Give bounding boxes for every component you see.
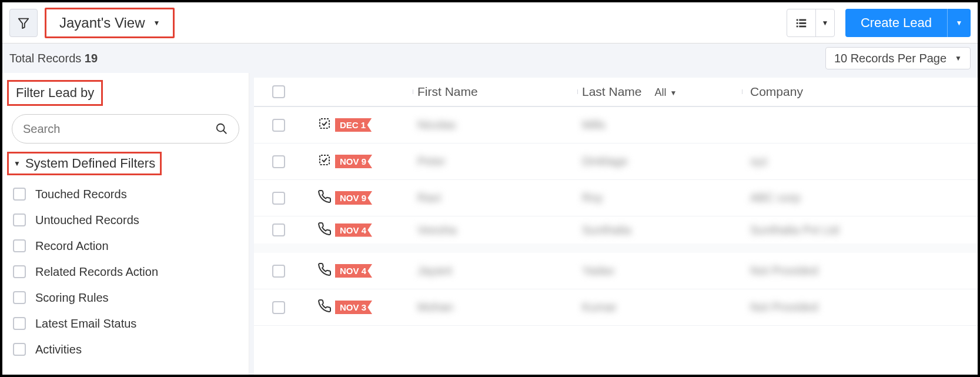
filter-label: Latest Email Status bbox=[35, 317, 136, 331]
filter-item[interactable]: Record Action bbox=[13, 233, 238, 259]
last-name-filter-dropdown[interactable]: All ▼ bbox=[654, 86, 677, 99]
col-first-name[interactable]: First Name bbox=[413, 85, 577, 99]
phone-icon bbox=[317, 262, 332, 279]
last-name-cell: Kumar bbox=[582, 301, 617, 313]
filter-label: Untouched Records bbox=[35, 213, 139, 227]
row-checkbox[interactable] bbox=[272, 223, 285, 236]
search-input[interactable] bbox=[23, 122, 215, 136]
select-all-checkbox[interactable] bbox=[272, 85, 285, 98]
last-name-cell: Dinklage bbox=[582, 155, 628, 168]
phone-icon bbox=[317, 222, 332, 239]
phone-icon bbox=[317, 189, 332, 206]
first-name-cell: Veesha bbox=[417, 223, 457, 236]
col-last-name-label: Last Name bbox=[582, 85, 642, 98]
company-cell: Sunthalia Pvt Ltd bbox=[750, 223, 839, 236]
date-flag: NOV 9 bbox=[335, 155, 372, 168]
phone-icon bbox=[317, 299, 332, 316]
svg-marker-0 bbox=[19, 18, 29, 28]
row-checkbox[interactable] bbox=[272, 119, 285, 132]
records-per-page-label: 10 Records Per Page bbox=[834, 52, 946, 65]
checkbox[interactable] bbox=[13, 343, 26, 356]
view-name: Jayant's View bbox=[59, 15, 145, 31]
table-header: First Name Last Name All ▼ Company bbox=[254, 78, 978, 107]
row-checkbox[interactable] bbox=[272, 155, 285, 168]
svg-rect-10 bbox=[320, 155, 329, 165]
filter-item[interactable]: Latest Email Status bbox=[13, 311, 238, 336]
caret-down-icon: ▼ bbox=[947, 9, 971, 37]
filter-label: Record Action bbox=[35, 239, 109, 253]
table-row[interactable]: NOV 3MohanKumarNot Provided bbox=[254, 289, 978, 326]
table-row[interactable]: NOV 4VeeshaSunthaliaSunthalia Pvt Ltd bbox=[254, 216, 978, 253]
filter-item[interactable]: Scoring Rules bbox=[13, 285, 238, 311]
first-name-cell: Peter bbox=[417, 155, 446, 168]
col-company[interactable]: Company bbox=[742, 85, 978, 99]
filter-item[interactable]: Related Records Action bbox=[13, 259, 238, 285]
company-cell: ABC corp bbox=[750, 191, 801, 204]
svg-line-8 bbox=[223, 131, 227, 134]
date-flag: NOV 9 bbox=[335, 191, 372, 205]
caret-down-icon: ▼ bbox=[670, 89, 677, 97]
checkbox[interactable] bbox=[13, 317, 26, 330]
filter-item[interactable]: Untouched Records bbox=[13, 207, 238, 233]
caret-down-icon: ▼ bbox=[955, 54, 962, 62]
task-icon bbox=[317, 116, 332, 134]
row-checkbox[interactable] bbox=[272, 192, 285, 205]
svg-point-7 bbox=[217, 124, 225, 132]
last-name-cell: Yadav bbox=[582, 264, 614, 277]
filter-label: Activities bbox=[35, 343, 82, 356]
filter-label: Touched Records bbox=[35, 188, 127, 201]
search-icon bbox=[215, 122, 228, 135]
filter-icon-button[interactable] bbox=[9, 9, 38, 37]
list-icon bbox=[787, 16, 815, 29]
filter-label: Related Records Action bbox=[35, 265, 158, 279]
first-name-cell: Ravi bbox=[417, 191, 441, 204]
last-name-cell: Mills bbox=[582, 118, 606, 131]
total-records-count: 19 bbox=[85, 52, 98, 65]
svg-rect-4 bbox=[799, 22, 806, 24]
company-cell: Not Provided bbox=[750, 301, 818, 313]
view-dropdown[interactable]: Jayant's View ▼ bbox=[45, 8, 175, 38]
filter-item[interactable]: Activities bbox=[13, 336, 238, 362]
table-row[interactable]: DEC 1NicolasMills bbox=[254, 107, 978, 144]
total-records-label: Total Records bbox=[9, 52, 81, 65]
date-flag: NOV 4 bbox=[335, 264, 372, 278]
system-defined-filters-toggle[interactable]: ▼ System Defined Filters bbox=[7, 152, 162, 175]
caret-down-icon: ▼ bbox=[153, 19, 160, 27]
filter-title: Filter Lead by bbox=[7, 80, 103, 106]
first-name-cell: Nicolas bbox=[417, 118, 456, 131]
svg-rect-9 bbox=[320, 119, 329, 128]
last-name-cell: Sunthalia bbox=[582, 223, 631, 236]
task-icon bbox=[317, 153, 332, 170]
svg-rect-5 bbox=[797, 25, 798, 27]
create-lead-label: Create Lead bbox=[845, 15, 947, 31]
table-row[interactable]: NOV 9RaviRoyABC corp bbox=[254, 180, 978, 216]
create-lead-button[interactable]: Create Lead ▼ bbox=[845, 9, 971, 37]
filter-search[interactable] bbox=[12, 114, 239, 144]
list-view-button[interactable]: ▼ bbox=[787, 9, 835, 37]
checkbox[interactable] bbox=[13, 265, 26, 278]
last-name-cell: Roy bbox=[582, 191, 603, 204]
row-checkbox[interactable] bbox=[272, 265, 285, 278]
records-per-page-dropdown[interactable]: 10 Records Per Page ▼ bbox=[825, 47, 971, 69]
system-defined-filters-label: System Defined Filters bbox=[25, 156, 155, 171]
checkbox[interactable] bbox=[13, 291, 26, 304]
checkbox[interactable] bbox=[13, 188, 26, 201]
company-cell: xyz bbox=[750, 155, 768, 168]
date-flag: NOV 3 bbox=[335, 301, 372, 314]
first-name-cell: Jayant bbox=[417, 264, 452, 277]
col-last-name[interactable]: Last Name All ▼ bbox=[577, 85, 742, 99]
filter-label: Scoring Rules bbox=[35, 291, 109, 305]
svg-rect-6 bbox=[799, 25, 806, 27]
caret-down-icon: ▼ bbox=[815, 9, 834, 36]
svg-rect-1 bbox=[797, 19, 798, 21]
table-row[interactable]: NOV 9PeterDinklagexyz bbox=[254, 144, 978, 180]
checkbox[interactable] bbox=[13, 239, 26, 252]
triangle-down-icon: ▼ bbox=[14, 159, 21, 168]
filter-item[interactable]: Touched Records bbox=[13, 181, 238, 207]
checkbox[interactable] bbox=[13, 213, 26, 226]
svg-rect-2 bbox=[799, 19, 806, 21]
table-row[interactable]: NOV 4JayantYadavNot Provided bbox=[254, 253, 978, 289]
svg-rect-3 bbox=[797, 22, 798, 24]
filter-sidebar: Filter Lead by ▼ System Defined Filters … bbox=[2, 73, 249, 375]
row-checkbox[interactable] bbox=[272, 301, 285, 314]
